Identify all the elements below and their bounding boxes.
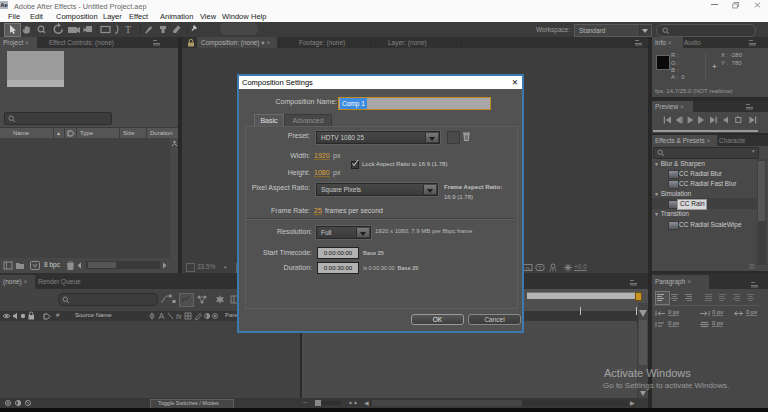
svg-text:T: T [125, 24, 131, 35]
svg-text:T: T [538, 265, 542, 271]
svg-text:fx: fx [176, 313, 182, 320]
